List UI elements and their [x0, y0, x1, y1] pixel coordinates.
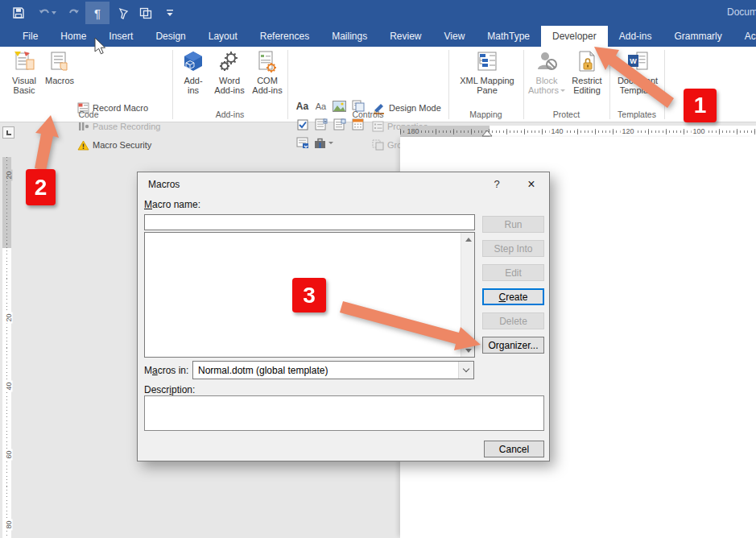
step-badge-3: 3 — [292, 278, 326, 312]
dialog-button[interactable]: Organizer... — [482, 337, 544, 354]
horizontal-ruler[interactable]: 180140120100 — [400, 126, 756, 137]
ribbon-tab[interactable]: Home — [49, 26, 97, 47]
dialog-button[interactable]: Edit — [482, 264, 544, 281]
window-title: Document — [727, 6, 756, 18]
ruler-number: 60 — [6, 449, 13, 460]
block-authors-caret — [560, 89, 565, 92]
ribbon-tab[interactable]: Developer — [541, 26, 608, 47]
tab-stop-selector[interactable] — [2, 126, 14, 139]
svg-text:W: W — [630, 57, 637, 65]
step-badge-2: 2 — [26, 169, 56, 205]
redo-icon[interactable] — [63, 2, 84, 24]
macros-in-dropdown[interactable]: Normal.dotm (global template) — [192, 361, 474, 379]
ribbon-tab[interactable]: MathType — [476, 26, 541, 47]
block-authors-button[interactable]: Block Authors — [528, 50, 565, 108]
properties-icon — [372, 121, 384, 132]
ribbon-tab[interactable]: View — [433, 26, 477, 47]
description-textarea[interactable] — [144, 395, 544, 431]
com-add-ins-button[interactable]: COM Add-ins — [250, 50, 285, 108]
word-add-ins-button[interactable]: Word Add-ins — [211, 50, 248, 108]
step-badge-1: 1 — [684, 89, 717, 122]
chevron-down-icon — [463, 366, 469, 372]
ribbon-tab[interactable]: Add-ins — [608, 26, 663, 47]
document-template-button[interactable]: W Document Template — [613, 50, 662, 108]
document-template-icon: W — [626, 50, 650, 74]
warning-icon — [77, 140, 89, 151]
indent-marker[interactable] — [481, 130, 493, 137]
ruler-number: 80 — [6, 519, 13, 530]
list-scrollbar[interactable] — [461, 233, 474, 357]
scroll-up-icon[interactable] — [461, 233, 475, 246]
pause-recording-icon — [77, 122, 89, 131]
xml-mapping-pane-button[interactable]: XML Mapping Pane — [459, 50, 515, 108]
cancel-button[interactable]: Cancel — [484, 441, 544, 457]
gears-icon — [217, 50, 242, 74]
add-ins-button[interactable]: Add-ins — [177, 50, 209, 108]
ribbon-tab[interactable]: References — [249, 26, 320, 47]
dialog-title: Macros — [148, 179, 180, 190]
ruler-number: 20 — [6, 312, 13, 323]
macro-name-input[interactable] — [144, 214, 475, 230]
dropdown-button[interactable] — [458, 362, 473, 379]
ruler-number: 180 — [405, 127, 420, 136]
ribbon-tab[interactable]: Mailings — [320, 26, 378, 47]
dialog-button[interactable]: Step Into — [482, 240, 544, 257]
ribbon-tab[interactable]: Insert — [97, 26, 144, 47]
tab-stop-icon — [6, 130, 11, 135]
ribbon-tab[interactable]: Grammarly — [663, 26, 733, 47]
group-label-code: Code — [5, 109, 172, 120]
macros-in-value: Normal.dotm (global template) — [193, 365, 458, 376]
group-label-controls: Controls — [287, 109, 448, 120]
add-ins-icon — [182, 50, 204, 74]
show-paragraph-marks-toggle[interactable]: ¶ — [85, 2, 109, 24]
dialog-button[interactable]: Delete — [482, 312, 544, 329]
ruler-number: 140 — [549, 127, 564, 136]
ruler-ticks — [6, 157, 7, 538]
ribbon-tab[interactable]: Acrobat — [733, 26, 756, 47]
touch-mouse-mode-icon[interactable] — [135, 2, 156, 24]
visual-basic-button[interactable]: Visual Basic — [6, 50, 42, 108]
macros-in-label: Macros in: — [144, 365, 188, 376]
dialog-button[interactable]: Create — [482, 288, 544, 305]
ribbon-tab[interactable]: Layout — [197, 26, 249, 47]
save-icon[interactable] — [8, 2, 29, 24]
macros-icon — [48, 50, 71, 74]
dialog-button[interactable]: Run — [482, 216, 544, 233]
repeating-section-control-button[interactable] — [294, 135, 311, 151]
ribbon-tab[interactable]: File — [11, 26, 49, 47]
word-window: ¶ Document FileHomeInsertDesignLayoutRef… — [0, 0, 756, 538]
restrict-editing-button[interactable]: Restrict Editing — [568, 50, 606, 108]
macros-dialog: Macros ? × Macro name: RunStep IntoEditC… — [137, 172, 550, 461]
group-separator — [664, 50, 665, 119]
group-label-templates: Templates — [609, 109, 664, 120]
ribbon-tab[interactable]: Design — [144, 26, 196, 47]
ribbon: Visual Basic Macros Record Macro Pause R… — [0, 47, 756, 122]
group-icon — [372, 139, 384, 151]
pilcrow-icon: ¶ — [94, 7, 101, 19]
group-label-mapping: Mapping — [448, 109, 523, 120]
legacy-tools-button[interactable] — [312, 135, 335, 151]
legacy-tools-caret — [328, 142, 333, 144]
scroll-down-icon[interactable] — [461, 344, 475, 357]
undo-icon[interactable] — [34, 2, 60, 24]
ruler-number: 20 — [6, 169, 13, 180]
xml-mapping-icon — [476, 50, 498, 74]
macro-name-label: Macro name: — [144, 199, 200, 210]
block-authors-icon — [535, 50, 558, 74]
group-label-protect: Protect — [523, 109, 609, 120]
arrow-to-macros-button — [35, 115, 59, 171]
restrict-editing-icon — [576, 50, 597, 74]
ruler-number: 40 — [6, 380, 13, 391]
visual-basic-icon — [13, 50, 35, 74]
ruler-number: 120 — [620, 127, 635, 136]
macros-button[interactable]: Macros — [43, 50, 76, 108]
undo-dropdown-caret[interactable] — [52, 11, 56, 14]
macro-security-button[interactable]: Macro Security — [77, 137, 151, 153]
ruler-number: 100 — [691, 127, 706, 136]
vertical-ruler[interactable]: 2020406080 — [2, 157, 11, 538]
com-add-ins-icon — [257, 50, 278, 74]
customize-qat-icon[interactable] — [159, 2, 180, 24]
ribbon-tab[interactable]: Review — [378, 26, 432, 47]
pause-recording-button[interactable]: Pause Recording — [77, 118, 160, 134]
format-painter-icon[interactable] — [113, 2, 134, 24]
